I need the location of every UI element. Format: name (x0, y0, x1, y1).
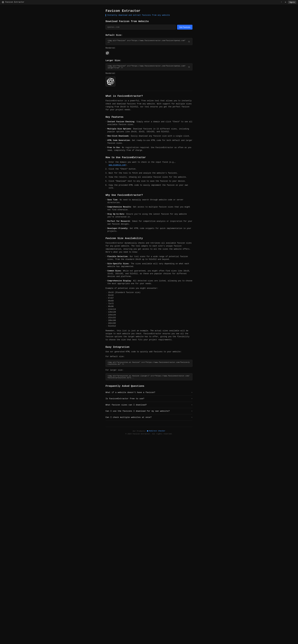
size-availability-section: Favicon Size Availability FaviconExtract… (106, 237, 192, 341)
why-use-title: Why Use FaviconExtractor? (106, 194, 192, 196)
integration-default-code: <img alt="proxysites.ai Favicon" src="ht… (106, 360, 192, 367)
larger-label: For larger size: (106, 369, 192, 372)
how-to-use-section: How to Use FaviconExtractor Enter the do… (106, 156, 192, 190)
step-item: Click the "Check" button. (109, 168, 192, 170)
app-name: Favicon Extractor (5, 1, 24, 3)
faq-title: Frequently Asked Questions (106, 385, 192, 388)
footer-copyright: © 2024 Favicon Extractor. All rights res… (109, 433, 189, 435)
input-row: Get Favicons (106, 25, 192, 30)
why-use-item: Save Time: No need to manually search th… (106, 198, 192, 204)
larger-rendered-label: Rendered: (106, 72, 192, 75)
why-use-item: Developer-Friendly: Get HTML code snippe… (106, 227, 192, 233)
key-features-list: Instant Favicon Checking: Simply enter a… (106, 120, 192, 152)
size-item: 180x100 (106, 319, 192, 322)
how-to-use-title: How to Use FaviconExtractor (106, 156, 192, 159)
why-use-item: Perfect for Research: Ideal for competit… (106, 220, 192, 226)
redirect-checker-anchor[interactable]: Redirect Checker (149, 430, 165, 432)
faq-item[interactable]: Can I use the favicons I download for my… (106, 408, 192, 414)
size-item: 72x72 (106, 302, 192, 305)
size-item: 192x192 (106, 322, 192, 325)
footer: Our Products: Redirect Checker © 2024 Fa… (106, 427, 192, 438)
redirect-dot-icon (147, 430, 148, 432)
step-item: Enter the domain you want to check in th… (109, 161, 192, 166)
get-favicons-button[interactable]: Get Favicons (177, 25, 192, 30)
larger-size-section: Larger Size: <img alt="Favicon" src="htt… (106, 59, 192, 86)
faq-item[interactable]: Is FaviconExtractor free to use? ▾ (106, 396, 192, 402)
default-rendered-label: Rendered: (106, 47, 192, 50)
size-features-list: Flexible Detection: Our tool scans for a… (106, 255, 192, 285)
what-is-body: FaviconExtractor is a powerful, free onl… (106, 100, 192, 111)
faq-question-text: Can I check multiple websites at once? (106, 416, 151, 418)
size-example-label: Example of potential sizes you might enc… (106, 287, 192, 290)
sign-in-button[interactable]: Sign In (288, 1, 296, 4)
chevron-down-icon: ▾ (191, 416, 192, 418)
divider-1 (106, 91, 192, 91)
larger-size-code: <img alt="Favicon" src="https://www.favi… (108, 65, 188, 69)
size-item: 16x16 (Standard favicon size) (106, 291, 192, 294)
default-size-code: <img alt="Favicon" src="https://www.favi… (108, 40, 188, 44)
faq-item[interactable]: What if a website doesn't have a favicon… (106, 390, 192, 396)
example-link[interactable]: www.example.com (109, 164, 125, 166)
url-input[interactable] (106, 25, 176, 30)
larger-size-title: Larger Size: (106, 59, 192, 62)
step-item: Copy the provided HTML code to easily im… (109, 184, 192, 190)
why-use-item: Comprehensive Results: Get access to mul… (106, 206, 192, 211)
what-is-title: What is FaviconExtractor? (106, 95, 192, 98)
key-feature-item: Free to Use: No registration required. U… (106, 146, 192, 152)
openai-favicon-large-icon (107, 78, 114, 86)
faq-question[interactable]: What if a website doesn't have a favicon… (106, 391, 192, 394)
faq-question[interactable]: Can I use the favicons I download for my… (106, 410, 192, 412)
redirect-checker-link[interactable]: Redirect Checker (147, 430, 165, 432)
sizes-list: 16x16 (Standard favicon size)32x3257x576… (106, 291, 192, 328)
why-use-list: Save Time: No need to manually search th… (106, 198, 192, 233)
default-size-copy-button[interactable]: ⧉ (188, 40, 190, 43)
size-item: 512x512 (106, 325, 192, 328)
size-feature-item: Flexible Detection: Our tool scans for a… (106, 255, 192, 261)
download-title: Download Favicon from Website (106, 20, 192, 23)
size-item: 32x32 (106, 294, 192, 297)
integration-larger-code: <img alt="proxysites.ai Favicon (larger)… (106, 373, 192, 380)
what-is-section: What is FaviconExtractor? FaviconExtract… (106, 95, 192, 111)
search-icon[interactable]: ⌕ (280, 1, 283, 4)
faq-item[interactable]: Can I check multiple websites at once? ▾ (106, 414, 192, 420)
faq-item[interactable]: What favicon sizes can I download? ▾ (106, 402, 192, 408)
easy-integration-body: Use our generated HTML code to quickly a… (106, 350, 192, 353)
faq-question-text: What if a website doesn't have a favicon… (106, 391, 155, 394)
key-feature-item: One-Click Downloads: Easily download any… (106, 135, 192, 138)
theme-icon[interactable]: ◑ (284, 1, 287, 4)
faq-question[interactable]: Can I check multiple websites at once? ▾ (106, 416, 192, 418)
key-feature-item: Multiple Size Options: Download favicons… (106, 128, 192, 133)
default-size-section: Default Size: <img alt="Favicon" src="ht… (106, 34, 192, 55)
key-features-title: Key Features (106, 116, 192, 118)
default-size-code-block: <img alt="Favicon" src="https://www.favi… (106, 38, 192, 45)
size-availability-title: Favicon Size Availability (106, 237, 192, 240)
step-item: View the results, showing all available … (109, 176, 192, 178)
size-item: 96x96 (106, 305, 192, 308)
size-feature-item: Common Sizes: While not guaranteed, you … (106, 270, 192, 278)
larger-size-copy-button[interactable]: ⧉ (188, 66, 190, 68)
faq-question[interactable]: What favicon sizes can I download? ▾ (106, 404, 192, 406)
size-item: 152x152 (106, 316, 192, 319)
size-item: 144x144 (106, 314, 192, 316)
chevron-down-icon: ▾ (191, 398, 192, 400)
size-item: 114x114 (106, 308, 192, 311)
chevron-down-icon: ▾ (191, 404, 192, 406)
footer-products: Our Products: Redirect Checker (109, 430, 189, 432)
key-feature-item: Instant Favicon Checking: Simply enter a… (106, 120, 192, 126)
why-use-section: Why Use FaviconExtractor? Save Time: No … (106, 194, 192, 233)
size-availability-body2: Remember, this list is just an example. … (106, 330, 192, 341)
size-item: 57x57 (106, 297, 192, 300)
size-item: 128x120 (106, 311, 192, 314)
size-feature-item: Site-Specific Sizes: The sizes available… (106, 262, 192, 268)
chevron-down-icon: ▾ (191, 410, 192, 412)
faq-question[interactable]: Is FaviconExtractor free to use? ▾ (106, 398, 192, 400)
faq-section: Frequently Asked Questions What if a web… (106, 385, 192, 420)
steps-list: Enter the domain you want to check in th… (106, 161, 192, 190)
default-label: For default size: (106, 355, 192, 358)
main-content: Favicon Extractor Instantly download and… (102, 4, 196, 447)
chevron-down-icon: ▾ (191, 391, 192, 394)
why-use-item: Stay Up-to-Date: Ensure you're using the… (106, 213, 192, 218)
download-section: Download Favicon from Website Get Favico… (106, 20, 192, 30)
size-item: 60x60 (106, 300, 192, 302)
size-feature-item: Comprehensive Display: All detected size… (106, 280, 192, 285)
